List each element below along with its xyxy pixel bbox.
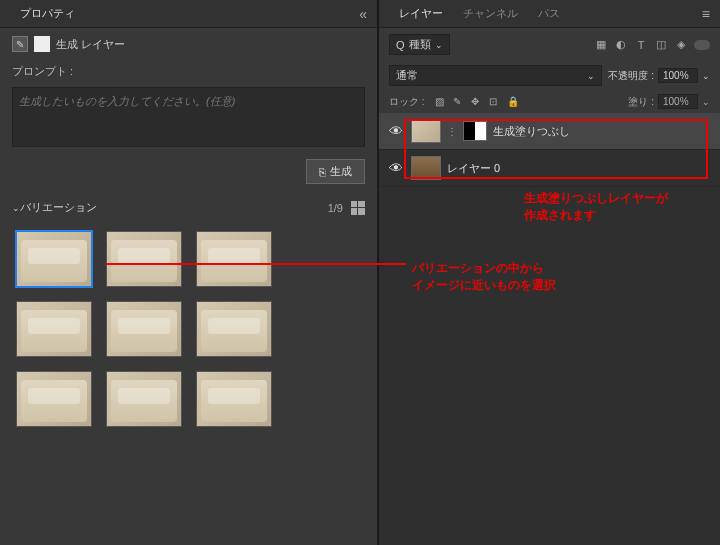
chevron-down-icon[interactable]: ⌄ (12, 203, 20, 213)
layer-name[interactable]: 生成塗りつぶし (493, 124, 712, 139)
opacity-group: 不透明度 : 100% ⌄ (608, 68, 710, 83)
kind-label: 種類 (409, 37, 431, 52)
layer-mask-thumbnail[interactable] (463, 121, 487, 141)
filter-adjust-icon[interactable]: ◐ (614, 38, 628, 52)
panel-menu-icon[interactable]: ≡ (702, 6, 710, 22)
kind-filter[interactable]: Q 種類 ⌄ (389, 34, 450, 55)
visibility-icon[interactable]: 👁 (387, 123, 405, 139)
prompt-input[interactable]: 生成したいものを入力してください。(任意) (12, 87, 365, 147)
lock-label: ロック : (389, 95, 425, 109)
layer-row-generative-fill[interactable]: 👁 ⋮ 生成塗りつぶし (379, 113, 720, 150)
mask-icon (34, 36, 50, 52)
blend-mode-dropdown[interactable]: 通常 ⌄ (389, 65, 602, 86)
lock-icon[interactable]: 🔒 (507, 96, 519, 108)
layers-panel: レイヤー チャンネル パス ≡ Q 種類 ⌄ ▦ ◐ T ◫ ◈ 通常 ⌄ 不透… (379, 0, 720, 545)
variation-thumb-3[interactable] (196, 231, 272, 287)
properties-panel: プロパティ « ✎ 生成 レイヤー プロンプト : 生成したいものを入力してくだ… (0, 0, 377, 545)
layers-list: 👁 ⋮ 生成塗りつぶし 👁 レイヤー 0 (379, 113, 720, 545)
variations-title: バリエーション (20, 200, 328, 215)
blend-mode-value: 通常 (396, 68, 418, 83)
filter-toggle[interactable] (694, 40, 710, 50)
variation-thumb-4[interactable] (16, 301, 92, 357)
variation-count: 1/9 (328, 202, 343, 214)
dropdown-icon[interactable]: ⌄ (702, 97, 710, 107)
variation-thumb-8[interactable] (106, 371, 182, 427)
panel-collapse-icon[interactable]: « (359, 6, 367, 22)
properties-header: プロパティ « (0, 0, 377, 28)
lock-artboard-icon[interactable]: ⊡ (489, 96, 501, 108)
lock-all-icon[interactable]: ▨ (435, 96, 447, 108)
blend-row: 通常 ⌄ 不透明度 : 100% ⌄ (379, 61, 720, 90)
lock-icons: ▨ ✎ ✥ ⊡ 🔒 (435, 96, 519, 108)
filter-shape-icon[interactable]: ◫ (654, 38, 668, 52)
variation-grid (0, 223, 377, 435)
lock-paint-icon[interactable]: ✎ (453, 96, 465, 108)
dropdown-icon: ⌄ (435, 40, 443, 50)
filter-type-icon[interactable]: T (634, 38, 648, 52)
layer-name[interactable]: レイヤー 0 (447, 161, 712, 176)
fill-group: 塗り : 100% ⌄ (628, 94, 710, 109)
filter-icons: ▦ ◐ T ◫ ◈ (594, 38, 688, 52)
search-icon: Q (396, 39, 405, 51)
filter-image-icon[interactable]: ▦ (594, 38, 608, 52)
variation-thumb-6[interactable] (196, 301, 272, 357)
filter-smart-icon[interactable]: ◈ (674, 38, 688, 52)
filter-row: Q 種類 ⌄ ▦ ◐ T ◫ ◈ (379, 28, 720, 61)
layers-header: レイヤー チャンネル パス ≡ (379, 0, 720, 28)
variation-thumb-7[interactable] (16, 371, 92, 427)
prompt-label: プロンプト : (0, 60, 377, 83)
layer-thumbnail[interactable] (411, 156, 441, 180)
layer-type-label: 生成 レイヤー (56, 37, 125, 52)
channels-tab[interactable]: チャンネル (453, 2, 528, 25)
lock-move-icon[interactable]: ✥ (471, 96, 483, 108)
grid-view-icon[interactable] (351, 201, 365, 215)
generate-label: 生成 (330, 164, 352, 179)
layer-row-background[interactable]: 👁 レイヤー 0 (379, 150, 720, 187)
fill-label: 塗り : (628, 95, 654, 109)
pen-icon: ✎ (12, 36, 28, 52)
generate-button[interactable]: ⎘ 生成 (306, 159, 365, 184)
properties-tab[interactable]: プロパティ (10, 2, 85, 25)
layer-type-section: ✎ 生成 レイヤー (0, 28, 377, 60)
opacity-field[interactable]: 100% (658, 68, 698, 83)
opacity-label: 不透明度 : (608, 69, 654, 83)
variation-thumb-5[interactable] (106, 301, 182, 357)
variation-thumb-1[interactable] (16, 231, 92, 287)
variations-header: ⌄ バリエーション 1/9 (0, 192, 377, 223)
fill-field[interactable]: 100% (658, 94, 698, 109)
visibility-icon[interactable]: 👁 (387, 160, 405, 176)
generate-row: ⎘ 生成 (0, 151, 377, 192)
paths-tab[interactable]: パス (528, 2, 570, 25)
dropdown-icon[interactable]: ⌄ (702, 71, 710, 81)
variation-thumb-9[interactable] (196, 371, 272, 427)
link-icon: ⋮ (447, 126, 457, 137)
layer-thumbnail[interactable] (411, 119, 441, 143)
generate-icon: ⎘ (319, 166, 326, 178)
variation-thumb-2[interactable] (106, 231, 182, 287)
layers-tab[interactable]: レイヤー (389, 2, 453, 25)
dropdown-icon: ⌄ (587, 71, 595, 81)
lock-row: ロック : ▨ ✎ ✥ ⊡ 🔒 塗り : 100% ⌄ (379, 90, 720, 113)
